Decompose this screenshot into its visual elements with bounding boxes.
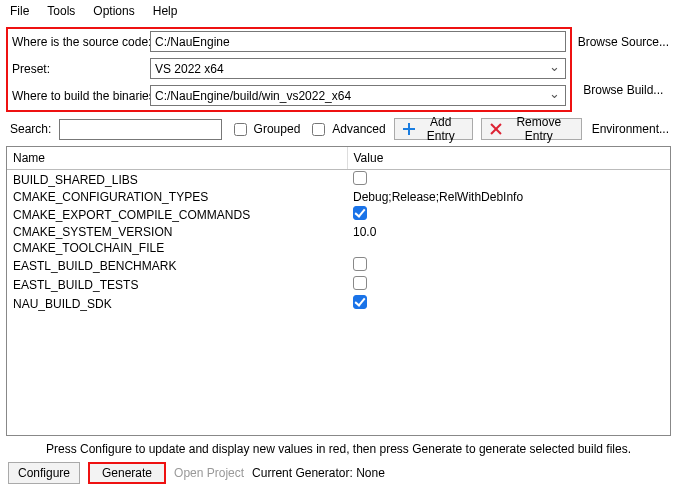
cache-value-cell[interactable]	[347, 256, 670, 275]
hint-text: Press Configure to update and display ne…	[0, 436, 677, 460]
value-checkbox[interactable]	[353, 276, 367, 290]
advanced-checkbox-input[interactable]	[312, 123, 325, 136]
preset-label: Preset:	[12, 62, 144, 76]
table-row[interactable]: CMAKE_SYSTEM_VERSION10.0	[7, 224, 670, 240]
environment-button[interactable]: Environment...	[590, 120, 671, 138]
value-checkbox[interactable]	[353, 295, 367, 309]
value-checkbox[interactable]	[353, 257, 367, 271]
cache-name-cell: EASTL_BUILD_TESTS	[7, 275, 347, 294]
grouped-checkbox[interactable]: Grouped	[230, 120, 301, 139]
cache-name-cell: CMAKE_SYSTEM_VERSION	[7, 224, 347, 240]
remove-entry-button[interactable]: Remove Entry	[481, 118, 581, 140]
cache-table: Name Value BUILD_SHARED_LIBSCMAKE_CONFIG…	[7, 147, 670, 313]
grouped-checkbox-input[interactable]	[234, 123, 247, 136]
open-project-button: Open Project	[174, 466, 244, 480]
current-generator-label: Current Generator: None	[252, 466, 385, 480]
table-row[interactable]: CMAKE_CONFIGURATION_TYPESDebug;Release;R…	[7, 189, 670, 205]
browse-source-button[interactable]: Browse Source...	[576, 33, 671, 51]
cache-name-cell: CMAKE_CONFIGURATION_TYPES	[7, 189, 347, 205]
cache-value-cell[interactable]	[347, 205, 670, 224]
col-header-value[interactable]: Value	[347, 147, 670, 170]
cache-value-cell[interactable]	[347, 294, 670, 313]
value-checkbox[interactable]	[353, 206, 367, 220]
cache-value-cell[interactable]	[347, 275, 670, 294]
search-input[interactable]	[59, 119, 221, 140]
table-row[interactable]: CMAKE_EXPORT_COMPILE_COMMANDS	[7, 205, 670, 224]
menu-bar: File Tools Options Help	[0, 0, 677, 23]
menu-options[interactable]: Options	[93, 4, 134, 18]
cache-name-cell: NAU_BUILD_SDK	[7, 294, 347, 313]
preset-combo[interactable]	[150, 58, 566, 79]
cache-table-wrap: Name Value BUILD_SHARED_LIBSCMAKE_CONFIG…	[6, 146, 671, 436]
remove-entry-label: Remove Entry	[505, 115, 573, 143]
browse-build-button[interactable]: Browse Build...	[576, 81, 671, 99]
search-label: Search:	[10, 122, 51, 136]
cache-value-cell[interactable]	[347, 170, 670, 190]
table-row[interactable]: CMAKE_TOOLCHAIN_FILE	[7, 240, 670, 256]
table-row[interactable]: BUILD_SHARED_LIBS	[7, 170, 670, 190]
cache-name-cell: EASTL_BUILD_BENCHMARK	[7, 256, 347, 275]
generate-button[interactable]: Generate	[88, 462, 166, 484]
menu-tools[interactable]: Tools	[47, 4, 75, 18]
x-icon	[490, 123, 501, 135]
cache-value-cell[interactable]: 10.0	[347, 224, 670, 240]
cache-value-cell[interactable]: Debug;Release;RelWithDebInfo	[347, 189, 670, 205]
configure-button[interactable]: Configure	[8, 462, 80, 484]
table-row[interactable]: EASTL_BUILD_BENCHMARK	[7, 256, 670, 275]
source-path-input[interactable]	[150, 31, 566, 52]
plus-icon	[403, 123, 414, 135]
cache-value-cell[interactable]	[347, 240, 670, 256]
cache-name-cell: CMAKE_EXPORT_COMPILE_COMMANDS	[7, 205, 347, 224]
cache-toolbar: Search: Grouped Advanced Add Entry Remov…	[0, 112, 677, 146]
advanced-checkbox[interactable]: Advanced	[308, 120, 385, 139]
table-row[interactable]: EASTL_BUILD_TESTS	[7, 275, 670, 294]
menu-help[interactable]: Help	[153, 4, 178, 18]
build-path-combo[interactable]	[150, 85, 566, 106]
cache-name-cell: BUILD_SHARED_LIBS	[7, 170, 347, 190]
source-label: Where is the source code:	[12, 35, 144, 49]
advanced-checkbox-label: Advanced	[332, 122, 385, 136]
value-checkbox[interactable]	[353, 171, 367, 185]
paths-panel: Where is the source code: Preset: Where …	[6, 27, 572, 112]
bottom-bar: Configure Generate Open Project Current …	[0, 460, 677, 486]
add-entry-button[interactable]: Add Entry	[394, 118, 474, 140]
col-header-name[interactable]: Name	[7, 147, 347, 170]
build-label: Where to build the binaries:	[12, 89, 144, 103]
add-entry-label: Add Entry	[417, 115, 464, 143]
table-row[interactable]: NAU_BUILD_SDK	[7, 294, 670, 313]
menu-file[interactable]: File	[10, 4, 29, 18]
cache-name-cell: CMAKE_TOOLCHAIN_FILE	[7, 240, 347, 256]
grouped-checkbox-label: Grouped	[254, 122, 301, 136]
